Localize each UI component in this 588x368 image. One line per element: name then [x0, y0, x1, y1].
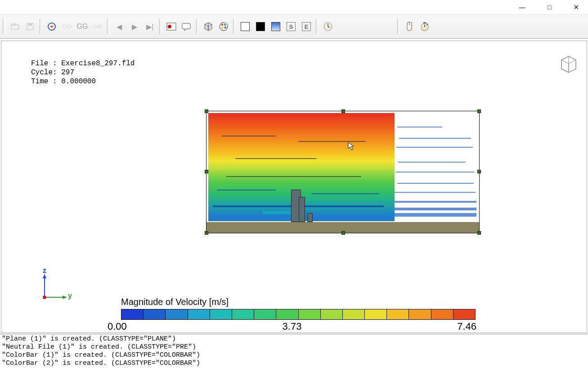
file-info: File : Exercise8_297.fld Cycle: 297 Time…	[31, 59, 135, 86]
e-mode-icon[interactable]: E	[300, 20, 313, 33]
save-icon[interactable]	[23, 20, 37, 33]
colorbar-swatch	[409, 309, 431, 319]
colorbar-swatch	[453, 309, 476, 319]
svg-point-25	[43, 295, 46, 299]
svg-rect-8	[98, 25, 102, 28]
svg-rect-3	[28, 23, 32, 26]
clock-icon[interactable]	[321, 20, 335, 33]
svg-rect-6	[67, 25, 71, 28]
svg-point-14	[224, 24, 226, 26]
axis-triad: z y	[38, 269, 74, 305]
selection-handle[interactable]	[477, 109, 481, 113]
svg-marker-24	[63, 295, 67, 299]
svg-rect-19	[423, 22, 426, 23]
svg-point-15	[224, 27, 226, 28]
viewport[interactable]: File : Exercise8_297.fld Cycle: 297 Time…	[1, 41, 587, 333]
svg-point-12	[220, 23, 228, 31]
toolbar-separator	[107, 19, 110, 34]
gradient-swatch-icon[interactable]	[269, 20, 283, 33]
preview-icon[interactable]	[45, 20, 58, 33]
toolbar-separator	[196, 19, 199, 34]
colorbar-swatch	[365, 309, 387, 319]
colorbar-swatch	[387, 309, 409, 319]
colorbar-swatch	[431, 309, 453, 319]
time-value: 0.000000	[61, 77, 96, 86]
colorbar-swatch	[210, 309, 232, 319]
cycle-value: 297	[61, 68, 74, 77]
cycle-label: Cycle:	[31, 68, 57, 77]
palette-icon[interactable]	[217, 20, 230, 33]
file-value: Exercise8_297.fld	[61, 59, 135, 68]
svg-rect-11	[182, 23, 190, 29]
file-label: File :	[31, 59, 57, 68]
building-obstacle	[307, 213, 313, 222]
record-icon[interactable]	[165, 20, 178, 33]
selection-handle[interactable]	[477, 231, 481, 235]
colorbar-swatch	[276, 309, 298, 319]
colorbar-swatch	[299, 309, 321, 319]
open-icon[interactable]	[8, 20, 22, 33]
contour-plot[interactable]	[206, 111, 480, 233]
comment-icon[interactable]	[180, 20, 193, 33]
svg-point-10	[168, 25, 171, 28]
step-forward-icon[interactable]: ▶|	[143, 20, 157, 33]
colorbar: Magnitude of Velocity [m/s] 0.00 3.73 7.…	[108, 297, 476, 332]
log-line: "ColorBar (1)" is created. (CLASSTYPE="C…	[2, 351, 586, 359]
play-icon[interactable]: ▶	[128, 20, 141, 33]
log-line: "Neutral File (1)" is created. (CLASSTYP…	[2, 343, 586, 351]
selection-handle[interactable]	[205, 109, 208, 113]
cube-icon[interactable]	[202, 20, 215, 33]
colorbar-swatch	[121, 309, 144, 319]
toolbar-separator	[159, 19, 162, 34]
step-back-icon[interactable]: ◀	[112, 20, 126, 33]
close-button[interactable]: ✕	[568, 1, 584, 14]
window-titlebar: — □ ✕	[0, 0, 588, 14]
colorbar-mid: 3.73	[283, 321, 302, 332]
toolbar: GG ◀ ▶ ▶| S E	[0, 14, 588, 39]
svg-point-16	[221, 27, 223, 29]
link-c-icon[interactable]	[91, 20, 104, 33]
timer-icon[interactable]	[418, 20, 431, 33]
svg-point-13	[221, 24, 223, 26]
black-swatch-icon[interactable]	[254, 20, 267, 33]
toolbar-separator	[3, 19, 5, 34]
colorbar-title: Magnitude of Velocity [m/s]	[121, 297, 476, 307]
orientation-cube-icon[interactable]	[559, 55, 579, 74]
svg-point-20	[426, 23, 428, 25]
toolbar-separator	[233, 19, 236, 34]
link-a-icon[interactable]	[60, 20, 74, 33]
colorbar-swatch	[343, 309, 365, 319]
colorbar-swatch	[232, 309, 254, 319]
colorbar-swatch	[188, 309, 210, 319]
log-panel[interactable]: "Plane (1)" is created. (CLASSTYPE="PLAN…	[0, 334, 588, 368]
toolbar-separator	[397, 19, 400, 34]
log-line: "Plane (1)" is created. (CLASSTYPE="PLAN…	[2, 335, 586, 343]
selection-handle[interactable]	[205, 231, 208, 235]
selection-handle[interactable]	[205, 170, 208, 173]
white-swatch-icon[interactable]	[238, 20, 252, 33]
building-obstacle	[299, 197, 305, 222]
colorbar-swatch	[321, 309, 343, 319]
maximize-button[interactable]: □	[541, 1, 557, 14]
colorbar-swatches	[121, 309, 476, 320]
selection-handle[interactable]	[341, 231, 345, 235]
link-b-icon[interactable]: GG	[76, 20, 89, 33]
toolbar-separator	[40, 19, 42, 34]
colorbar-swatch	[254, 309, 276, 319]
colorbar-swatch	[144, 309, 166, 319]
selection-handle[interactable]	[341, 109, 345, 113]
axis-y-label: y	[68, 292, 72, 300]
log-line: "ColorBar (2)" is created. (CLASSTYPE="C…	[2, 359, 586, 368]
colorbar-min: 0.00	[108, 321, 127, 332]
mouse-icon[interactable]	[403, 20, 416, 33]
minimize-button[interactable]: —	[514, 1, 530, 14]
svg-rect-5	[63, 25, 67, 28]
time-label: Time :	[31, 77, 57, 86]
axis-z-label: z	[43, 267, 46, 275]
colorbar-swatch	[166, 309, 188, 319]
selection-handle[interactable]	[477, 170, 481, 173]
toolbar-separator	[316, 19, 319, 34]
s-mode-icon[interactable]: S	[284, 20, 298, 33]
colorbar-max: 7.46	[457, 321, 476, 332]
svg-rect-7	[94, 25, 97, 28]
